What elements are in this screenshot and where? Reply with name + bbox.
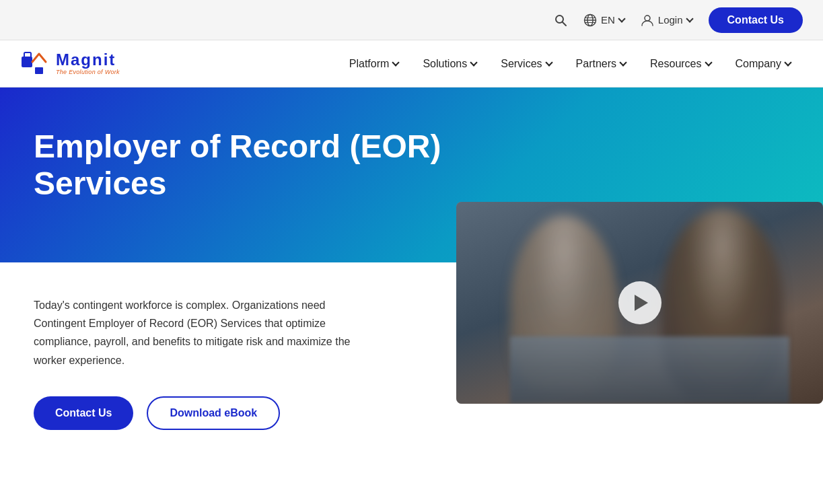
login-chevron bbox=[686, 15, 693, 22]
play-button[interactable] bbox=[618, 281, 661, 324]
nav-item-platform[interactable]: Platform bbox=[337, 40, 411, 87]
search-icon bbox=[554, 13, 567, 27]
logo-text: Magnit The Evolution of Work bbox=[56, 52, 120, 75]
contact-us-button[interactable]: Contact Us bbox=[34, 396, 133, 430]
magnit-logo-icon bbox=[20, 48, 50, 79]
platform-chevron bbox=[392, 59, 400, 66]
logo-tagline: The Evolution of Work bbox=[56, 69, 120, 75]
svg-rect-10 bbox=[35, 67, 43, 74]
nav-platform-label: Platform bbox=[349, 58, 390, 70]
top-bar-actions: EN Login Contact Us bbox=[554, 7, 803, 33]
nav-services-label: Services bbox=[501, 58, 542, 70]
company-chevron bbox=[784, 59, 791, 66]
language-selector[interactable]: EN bbox=[583, 13, 624, 27]
contact-us-top-label: Contact Us bbox=[727, 14, 784, 26]
body-text: Today's contingent workforce is complex.… bbox=[34, 296, 357, 369]
nav-resources-label: Resources bbox=[650, 58, 701, 70]
content-section: Today's contingent workforce is complex.… bbox=[0, 262, 823, 504]
nav-solutions-label: Solutions bbox=[423, 58, 467, 70]
contact-us-top-button[interactable]: Contact Us bbox=[709, 7, 803, 33]
content-left: Today's contingent workforce is complex.… bbox=[0, 262, 390, 504]
laptop-area bbox=[510, 336, 789, 404]
logo[interactable]: Magnit The Evolution of Work bbox=[20, 48, 120, 79]
navbar: Magnit The Evolution of Work Platform So… bbox=[0, 40, 823, 87]
solutions-chevron bbox=[470, 59, 478, 66]
nav-item-company[interactable]: Company bbox=[723, 40, 803, 87]
logo-wordmark: Magnit bbox=[56, 52, 120, 68]
contact-us-label: Contact Us bbox=[55, 407, 112, 419]
resources-chevron bbox=[705, 59, 712, 66]
content-buttons: Contact Us Download eBook bbox=[34, 396, 357, 430]
nav-partners-label: Partners bbox=[576, 58, 616, 70]
nav-item-solutions[interactable]: Solutions bbox=[410, 40, 489, 87]
login-button[interactable]: Login bbox=[641, 13, 692, 27]
globe-icon bbox=[583, 13, 597, 27]
search-button[interactable] bbox=[554, 13, 567, 27]
nav-item-services[interactable]: Services bbox=[489, 40, 563, 87]
svg-line-1 bbox=[563, 22, 566, 26]
nav-company-label: Company bbox=[736, 58, 781, 70]
svg-point-7 bbox=[645, 15, 650, 21]
play-icon bbox=[635, 295, 648, 311]
partners-chevron bbox=[619, 59, 627, 66]
login-label: Login bbox=[658, 14, 683, 26]
nav-item-partners[interactable]: Partners bbox=[564, 40, 638, 87]
user-icon bbox=[641, 13, 654, 27]
lang-label: EN bbox=[601, 14, 615, 26]
hero-title: Employer of Record (EOR) Services bbox=[34, 128, 505, 202]
nav-item-resources[interactable]: Resources bbox=[638, 40, 723, 87]
content-right bbox=[390, 262, 823, 504]
lang-chevron bbox=[618, 15, 625, 22]
video-thumbnail[interactable] bbox=[456, 202, 823, 404]
top-bar: EN Login Contact Us bbox=[0, 0, 823, 40]
nav-items: Platform Solutions Services Partners Res… bbox=[337, 40, 803, 87]
services-chevron bbox=[545, 59, 552, 66]
download-ebook-button[interactable]: Download eBook bbox=[147, 396, 280, 430]
download-ebook-label: Download eBook bbox=[170, 407, 257, 419]
